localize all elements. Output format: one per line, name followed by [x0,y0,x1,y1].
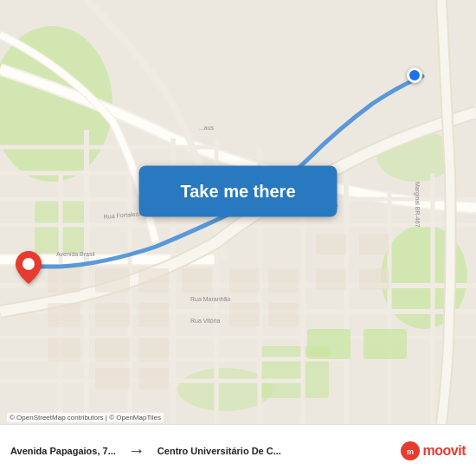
attribution: © OpenStreetMap contributors | © OpenMap… [7,413,164,422]
svg-rect-48 [48,303,80,327]
svg-rect-35 [138,268,169,293]
svg-rect-41 [268,268,299,293]
svg-rect-52 [316,268,346,290]
moovit-icon: m [401,441,420,460]
svg-rect-55 [307,329,351,359]
svg-rect-51 [359,234,389,255]
bottom-bar: © OpenStreetMap contributors | © OpenMap… [0,424,476,476]
origin-marker [16,251,42,287]
svg-point-56 [23,258,35,270]
svg-text:Marginal BR-467: Marginal BR-467 [414,182,421,228]
destination-marker [407,68,422,83]
svg-rect-37 [95,303,130,327]
moovit-brand-text: moovit [423,443,466,459]
app: Rua Fortaleza Avenida Brasil Rua Pio XII… [0,0,476,476]
svg-rect-53 [359,268,389,290]
take-me-there-button[interactable]: Take me there [138,165,337,216]
map-container: Rua Fortaleza Avenida Brasil Rua Pio XII… [0,0,476,424]
svg-rect-42 [268,303,299,327]
origin-name: Avenida Papagaios, 7... [10,446,116,456]
svg-text:Rua Vitória: Rua Vitória [190,318,221,324]
origin-place: Avenida Papagaios, 7... [10,446,116,456]
svg-rect-34 [95,268,130,293]
svg-rect-44 [138,338,169,362]
svg-rect-43 [95,338,130,362]
destination-name: Centro Universitário De C... [158,446,281,456]
svg-text:m: m [407,447,414,456]
svg-rect-39 [229,268,260,293]
svg-rect-45 [95,368,130,389]
svg-text:...aus: ...aus [199,125,215,131]
svg-rect-50 [316,234,346,255]
svg-rect-46 [138,368,169,389]
svg-rect-47 [48,268,80,293]
route-arrow-icon: → [128,441,145,460]
destination-place: Centro Universitário De C... [158,446,281,456]
route-summary: Avenida Papagaios, 7... → Centro Univers… [10,441,281,460]
svg-text:Avenida Brasil: Avenida Brasil [56,251,95,257]
svg-rect-38 [138,303,169,327]
svg-rect-36 [182,268,212,293]
svg-rect-40 [229,303,260,327]
svg-rect-49 [48,338,80,362]
svg-rect-54 [363,329,407,359]
svg-text:Rua Maranhão: Rua Maranhão [190,296,230,302]
moovit-logo: m moovit [401,441,466,460]
